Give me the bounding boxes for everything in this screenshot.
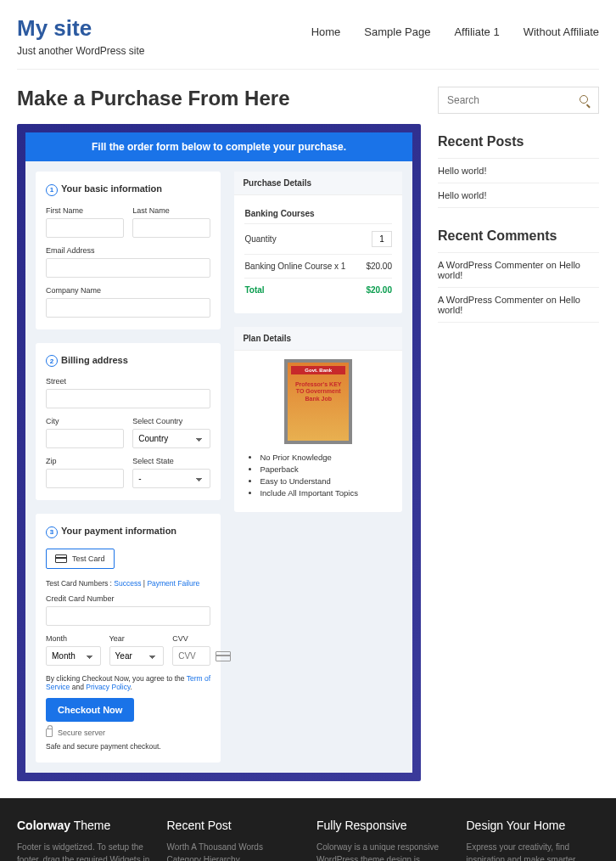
privacy-link[interactable]: Privacy Policy [86,683,130,691]
company-label: Company Name [46,286,210,295]
line-item-price: $20.00 [366,262,392,271]
state-select[interactable]: - [132,469,210,488]
site-header: My site Just another WordPress site Home… [0,0,616,69]
recent-posts-title: Recent Posts [438,134,599,149]
test-card-numbers-note: Test Card Numbers : Success | Payment Fa… [46,579,210,588]
footer-recent-post-link[interactable]: Worth A Thousand Words [167,842,263,852]
footer-col4-text: Express your creativity, find inspiratio… [467,841,600,862]
footer-col2-title: Recent Post [167,819,300,832]
nav-affiliate-1[interactable]: Affiliate 1 [454,25,499,38]
sidebar: Recent Posts Hello world! Hello world! R… [438,87,599,781]
billing-title: Billing address [61,355,128,365]
main-nav: Home Sample Page Affiliate 1 Without Aff… [311,15,599,38]
course-header: Banking Courses [244,204,392,224]
agreement-text: By clicking Checkout Now, you agree to t… [46,674,210,691]
company-input[interactable] [46,298,210,318]
list-item: Paperback [260,464,392,474]
step-3-icon: 3 [46,526,58,538]
last-name-input[interactable] [132,218,210,238]
email-input[interactable] [46,258,210,278]
search-box[interactable] [438,87,599,114]
year-label: Year [109,634,165,643]
list-item: A WordPress Commenter on Hello world! [438,287,599,323]
state-label: Select State [132,457,210,465]
plan-book-image: Govt. Bank Professor's KEY TO Government… [284,359,352,444]
list-item: Include All Important Topics [260,488,392,498]
line-item-label: Banking Online Course x 1 [244,262,345,271]
commenter-link[interactable]: A WordPress Commenter [438,295,544,305]
footer-col3-text: Colorway is a unique responsive WordPres… [316,841,450,862]
recent-post-link[interactable]: Hello world! [438,190,486,200]
step-1-icon: 1 [46,184,58,196]
search-input[interactable] [447,94,580,106]
recent-comments-list: A WordPress Commenter on Hello world! A … [438,252,599,323]
zip-label: Zip [46,457,124,465]
basic-info-section: 1Your basic information First Name Last … [36,172,221,329]
first-name-input[interactable] [46,218,124,238]
country-select[interactable]: Country [132,429,210,448]
footer-recent-post-link[interactable]: Category Hierarchy [167,855,240,862]
month-label: Month [46,634,101,643]
last-name-label: Last Name [132,206,210,215]
total-value: $20.00 [366,285,392,295]
footer-col1-title: Colorway Theme [17,819,150,832]
lock-icon [46,729,53,737]
basic-info-title: Your basic information [61,183,162,194]
street-input[interactable] [46,389,210,408]
safe-payment-note: Safe and secure payment checkout. [46,742,210,751]
nav-without-affiliate[interactable]: Without Affiliate [524,25,599,38]
footer-col4-title: Design Your Home [467,819,600,832]
list-item: Hello world! [438,183,599,208]
recent-post-link[interactable]: Hello world! [438,166,486,176]
site-tagline: Just another WordPress site [17,45,145,57]
plan-details-section: Plan Details Govt. Bank Professor's KEY … [234,327,402,512]
purchase-details-section: Purchase Details Banking Courses Quantit… [234,172,402,313]
commenter-link[interactable]: A WordPress Commenter [438,260,544,270]
purchase-details-title: Purchase Details [234,172,402,195]
recent-comments-title: Recent Comments [438,228,599,244]
payment-title: Your payment information [61,526,176,536]
footer-col3-title: Fully Responsive [316,819,450,832]
total-label: Total [244,285,264,295]
email-label: Email Address [46,246,210,255]
cvv-label: CVV [172,634,210,643]
cvv-card-icon [216,651,231,661]
zip-input[interactable] [46,469,124,488]
billing-address-section: 2Billing address Street City Select Coun… [36,343,221,501]
cvv-input[interactable] [172,646,210,666]
page-title: Make a Purchase From Here [17,87,421,110]
list-item: Easy to Understand [260,476,392,486]
country-label: Select Country [132,417,210,425]
plan-features-list: No Prior Knowledge Paperback Easy to Und… [244,453,392,498]
recent-posts-list: Hello world! Hello world! [438,158,599,208]
city-label: City [46,417,124,425]
plan-details-title: Plan Details [234,327,402,351]
list-item: No Prior Knowledge [260,453,392,462]
test-failure-link[interactable]: Payment Failure [147,579,199,588]
quantity-input[interactable] [372,231,392,247]
site-title[interactable]: My site [17,15,145,42]
purchase-banner: Fill the order form below to complete yo… [25,132,412,161]
step-2-icon: 2 [46,355,58,367]
purchase-form: Fill the order form below to complete yo… [17,124,421,781]
nav-sample-page[interactable]: Sample Page [364,25,430,38]
city-input[interactable] [46,429,124,448]
card-icon [55,554,67,563]
secure-server-label: Secure server [58,729,105,737]
list-item: A WordPress Commenter on Hello world! [438,252,599,287]
nav-home[interactable]: Home [311,25,341,38]
checkout-button[interactable]: Checkout Now [46,698,134,722]
footer-col1-text: Footer is widgetized. To setup the foote… [17,841,150,862]
test-card-button[interactable]: Test Card [46,549,115,569]
test-success-link[interactable]: Success [114,579,141,588]
cc-label: Credit Card Number [46,594,210,603]
year-select[interactable]: Year [109,646,165,666]
quantity-label: Quantity [244,234,276,244]
list-item: Hello world! [438,158,599,183]
search-icon[interactable] [580,95,590,105]
cc-input[interactable] [46,606,210,626]
month-select[interactable]: Month [46,646,101,666]
payment-section: 3Your payment information Test Card Test… [36,514,221,763]
street-label: Street [46,377,210,385]
first-name-label: First Name [46,206,124,215]
